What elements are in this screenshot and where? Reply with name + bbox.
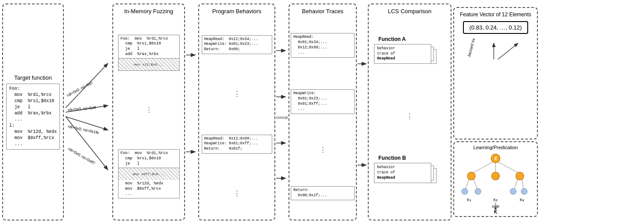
fuzzing-dots-mid: ⋮ [145, 106, 152, 114]
k1-label: K₁ [467, 198, 471, 202]
traces-title: Behavior Traces [302, 8, 344, 15]
svg-point-22 [475, 188, 481, 195]
lcs-title: LCS Comparison [388, 8, 432, 15]
behaviors-content: HeapRead: 0x12;0x34;... HeapWrite: 0x01;… [203, 17, 271, 216]
traces-content: HeapRead: 0x01;0x34;... 0x12;0x99;... ..… [293, 17, 352, 216]
connector-svg-1 [185, 11, 198, 213]
k-label: K [494, 209, 497, 213]
fuzzing-pattern-2: mov x0ff,Bx9... [118, 168, 179, 180]
learning-container: Learning/Predication X ... [453, 141, 538, 217]
target-function-section: Target function Foo: mov %rdi,%rcx cmp %… [2, 4, 64, 220]
lcs-section: LCS Comparison Function A behavior trace… [368, 4, 452, 220]
fuzzing-code-box-1: Foo: mov %rdi,%rcx cmp %rsi,$0x10 je l a… [118, 35, 180, 71]
learning-title: Learning/Predication [474, 145, 518, 150]
svg-line-28 [522, 179, 523, 188]
svg-point-21 [462, 188, 468, 195]
svg-line-3 [66, 117, 107, 169]
function-a-box-1: behaviortrace ofHeapRead [374, 44, 431, 64]
jaccard-label-svg: Jaccard Index [466, 38, 477, 58]
tree-node-x: X [494, 156, 497, 161]
fuzzing-code-box-2: Foo: mov %rdi,%rcx cmp %rsi,$0x10 je l m… [118, 149, 180, 198]
svg-line-20 [498, 162, 518, 173]
fuzzing-pattern-1: mov x12,Bx9... [118, 58, 179, 70]
function-a-stacked: behavior trace of HeapRead behavior trac… [374, 44, 444, 75]
jaccard-area: Jaccard Index [458, 38, 533, 65]
target-code: Foo: mov %rdi,%rcx cmp %rsi,$0x10 je l a… [6, 84, 60, 150]
svg-point-26 [521, 188, 527, 195]
function-b-label: Function B [378, 155, 406, 161]
fuzzing-title: In-Memory Fuzzing [124, 8, 173, 15]
fuzzing-content: Foo: mov %rdi,%rcx cmp %rsi,$0x10 je l a… [117, 17, 181, 216]
behavior-box-3: HeapRead: 0x12;0x99;... HeapWrite: 0x01;… [202, 135, 272, 154]
svg-line-13 [498, 44, 518, 59]
feature-vector-container: Feature Vector of 12 Elements (0.83, 0.2… [453, 7, 538, 140]
behaviors-title: Program Behaviors [212, 8, 261, 15]
behaviors-section: Program Behaviors HeapRead: 0x12;0x34;..… [198, 4, 275, 220]
traces-to-lcs-connector [357, 4, 368, 220]
trace-box-1: HeapRead: 0x01;0x34;... 0x12;0x99;... ..… [291, 33, 355, 58]
function-a-group: Function A behavior trace of HeapRead be… [374, 36, 445, 75]
svg-point-25 [510, 188, 516, 195]
feature-vector-box: (0.83, 0.24, …, 0.12) [463, 21, 528, 34]
traces-section: Behavior Traces HeapRead: 0x01;0x34;... … [289, 4, 357, 220]
diagonal-arrows-svg: rdi=0x0; rsi=0x0 rdi=0x0; rsi=0xff rdi=0… [66, 29, 114, 196]
svg-point-15 [467, 172, 475, 180]
svg-point-17 [516, 172, 524, 180]
behaviors-dots: ⋮ [233, 90, 241, 99]
jaccard-arrows-svg: Jaccard Index [462, 38, 533, 65]
connector-svg-3 [357, 11, 368, 213]
concat-label: concat [276, 115, 288, 120]
arrow-label-2: rdi=0x0; rsi=0xff [67, 105, 96, 112]
svg-line-23 [466, 179, 469, 188]
fuzzing-code-top-1: Foo: mov %rdi,%rcx cmp %rsi,$0x10 je l a… [118, 35, 179, 59]
trace-box-4: Return: 0x00;0x1f;... [291, 186, 355, 200]
lcs-dots: ⋮ [374, 112, 445, 121]
k3-label: K₃ [520, 198, 524, 202]
function-a-label: Function A [378, 36, 406, 42]
svg-line-27 [514, 179, 518, 188]
feature-vector-title: Feature Vector of 12 Elements [460, 11, 531, 18]
trace-box-2: HeapWrite: 0x01;0x23;... 0x01;0xff;... .… [291, 89, 355, 114]
behavior-box-1: HeapRead: 0x12;0x34;... HeapWrite: 0x01;… [202, 35, 272, 55]
fuzzing-section: In-Memory Fuzzing Foo: mov %rdi,%rcx cmp… [112, 4, 185, 220]
tree-dots-mid: ... [494, 174, 497, 178]
fuzzing-to-behaviors-connector [185, 4, 198, 220]
decision-tree-svg: X ... [456, 152, 535, 213]
feature-section-outer: Feature Vector of 12 Elements (0.83, 0.2… [452, 4, 540, 220]
svg-line-24 [474, 179, 477, 188]
svg-line-18 [474, 162, 493, 173]
main-layout: Target function Foo: mov %rdi,%rcx cmp %… [0, 0, 644, 224]
fuzzing-code-top-2: Foo: mov %rdi,%rcx cmp %rsi,$0x10 je l [118, 150, 179, 168]
function-b-group: Function B behavior trace of HeapRead be… [374, 155, 445, 194]
connector-svg-2: concat [275, 11, 289, 213]
behaviors-dots-2: ⋮ [233, 189, 241, 198]
traces-dots: ⋮ [319, 146, 326, 154]
k2-label: K₂ [493, 198, 498, 202]
lcs-content: Function A behavior trace of HeapRead be… [372, 17, 447, 216]
target-title: Target function [14, 74, 52, 81]
fuzzing-code-extra: mov %r12d, %edx mov $0xff,%rcx ... [118, 180, 179, 198]
behaviors-to-traces-connector: concat [275, 4, 289, 220]
target-to-fuzzing-arrows: rdi=0x0; rsi=0x0 rdi=0x0; rsi=0xff rdi=0… [64, 4, 112, 220]
function-b-box-1: behaviortrace ofHeapRead [374, 163, 431, 183]
arrow-label-1: rdi=0x0; rsi=0x0 [66, 80, 93, 97]
function-b-stacked: behavior trace of HeapRead behavior trac… [374, 163, 444, 194]
